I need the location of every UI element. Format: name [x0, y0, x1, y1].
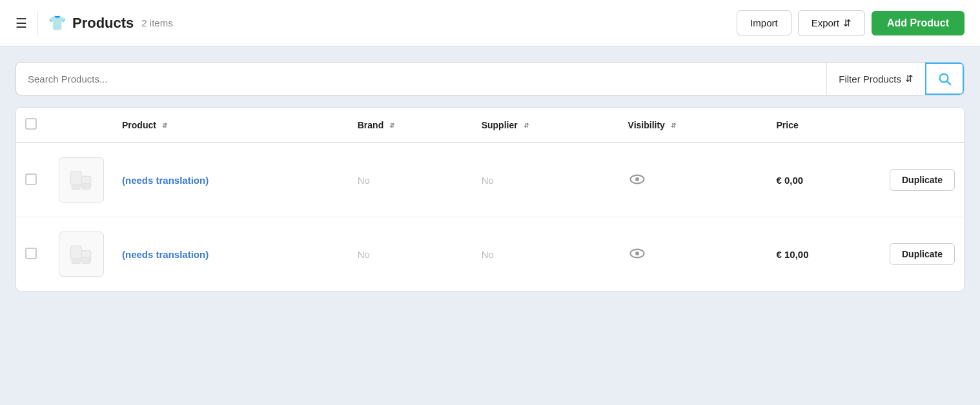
row2-checkbox[interactable] — [25, 248, 37, 259]
svg-point-13 — [635, 252, 639, 255]
row2-duplicate-button[interactable]: Duplicate — [890, 243, 955, 265]
header-actions: Import Export ⇵ Add Product — [737, 10, 965, 36]
row1-product-link[interactable]: (needs translation) — [122, 175, 209, 186]
products-table: Product ⇵ Brand ⇵ Supplier ⇵ Visibility … — [16, 108, 964, 291]
row1-product-cell: (needs translation) — [113, 143, 349, 217]
row1-action-cell: Duplicate — [881, 143, 964, 217]
row2-action-cell: Duplicate — [881, 217, 964, 291]
search-input[interactable] — [16, 63, 826, 95]
row1-duplicate-button[interactable]: Duplicate — [890, 169, 955, 191]
page-header: ☰ 👕 Products 2 items Import Export ⇵ Add… — [0, 0, 980, 46]
svg-rect-10 — [72, 259, 80, 263]
row1-brand: No — [358, 175, 370, 186]
svg-rect-8 — [71, 246, 82, 259]
th-visibility[interactable]: Visibility ⇵ — [619, 108, 768, 143]
row2-checkbox-cell — [16, 217, 50, 291]
export-label: Export — [812, 17, 839, 28]
row2-image-cell — [50, 217, 113, 291]
row2-price-cell: € 10,00 — [767, 217, 881, 291]
table-header: Product ⇵ Brand ⇵ Supplier ⇵ Visibility … — [16, 108, 964, 143]
item-count: 2 items — [141, 17, 172, 28]
export-icon: ⇵ — [843, 17, 852, 29]
svg-point-0 — [940, 74, 948, 83]
row1-supplier: No — [482, 175, 494, 186]
table-body: (needs translation) No No — [16, 143, 964, 291]
page-title: Products — [72, 15, 134, 32]
sort-product-icon: ⇵ — [162, 123, 167, 129]
svg-rect-5 — [83, 184, 90, 190]
row2-thumbnail — [59, 232, 104, 277]
row1-supplier-cell: No — [473, 143, 619, 217]
row2-supplier-cell: No — [473, 217, 619, 291]
row1-thumbnail — [59, 157, 104, 202]
svg-line-1 — [948, 82, 951, 85]
th-supplier[interactable]: Supplier ⇵ — [473, 108, 619, 143]
row2-brand: No — [358, 249, 370, 260]
row2-brand-cell: No — [349, 217, 473, 291]
row1-visibility-cell — [619, 143, 768, 217]
th-checkbox — [16, 108, 50, 143]
svg-rect-4 — [72, 184, 80, 189]
row1-image-cell — [50, 143, 113, 217]
row2-visibility-cell — [619, 217, 768, 291]
filter-label: Filter Products — [839, 74, 901, 84]
search-icon — [937, 72, 952, 86]
table-row: (needs translation) No No — [16, 217, 964, 291]
row1-price-cell: € 0,00 — [767, 143, 881, 217]
filter-products-button[interactable]: Filter Products ⇵ — [826, 63, 925, 95]
product-image-icon — [67, 166, 96, 194]
sort-visibility-icon: ⇵ — [671, 123, 676, 129]
menu-icon[interactable]: ☰ — [15, 15, 27, 31]
search-bar: Filter Products ⇵ — [15, 62, 965, 95]
main-content: Filter Products ⇵ Product ⇵ — [0, 46, 980, 307]
export-button[interactable]: Export ⇵ — [798, 10, 865, 36]
row1-price: € 0,00 — [776, 175, 803, 186]
sort-brand-icon: ⇵ — [389, 123, 394, 129]
select-all-checkbox[interactable] — [25, 118, 37, 130]
row2-price: € 10,00 — [776, 249, 808, 260]
row2-supplier: No — [482, 249, 494, 260]
search-button[interactable] — [925, 63, 964, 95]
row2-product-cell: (needs translation) — [113, 217, 349, 291]
svg-rect-2 — [71, 172, 82, 184]
import-button[interactable]: Import — [737, 10, 791, 35]
th-brand[interactable]: Brand ⇵ — [349, 108, 473, 143]
row1-visibility-icon — [628, 170, 646, 188]
product-image-icon — [67, 240, 96, 268]
svg-rect-11 — [83, 258, 90, 264]
th-product[interactable]: Product ⇵ — [113, 108, 349, 143]
th-image — [50, 108, 113, 143]
table-row: (needs translation) No No — [16, 143, 964, 217]
filter-icon: ⇵ — [905, 73, 914, 84]
th-action — [881, 108, 964, 143]
row1-checkbox-cell — [16, 143, 50, 217]
header-divider — [37, 12, 38, 35]
row2-visibility-icon — [628, 244, 646, 262]
add-product-button[interactable]: Add Product — [872, 11, 965, 35]
products-icon: 👕 — [48, 15, 66, 32]
products-table-container: Product ⇵ Brand ⇵ Supplier ⇵ Visibility … — [15, 107, 965, 291]
row1-brand-cell: No — [349, 143, 473, 217]
sort-supplier-icon: ⇵ — [524, 123, 529, 129]
svg-point-7 — [635, 177, 639, 181]
th-price: Price — [767, 108, 881, 143]
header-row: Product ⇵ Brand ⇵ Supplier ⇵ Visibility … — [16, 108, 964, 143]
row1-checkbox[interactable] — [25, 173, 37, 185]
row2-product-link[interactable]: (needs translation) — [122, 249, 209, 260]
